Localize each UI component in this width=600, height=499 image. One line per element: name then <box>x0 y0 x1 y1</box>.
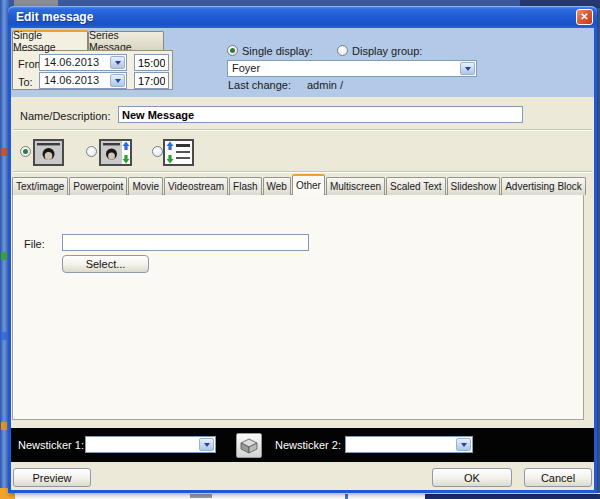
dialog-title: Edit message <box>16 10 93 24</box>
tab-label: Movie <box>132 181 159 192</box>
type-option-with-ticker[interactable] <box>99 139 132 166</box>
display-screen-icon <box>35 141 62 164</box>
tab-single-message[interactable]: Single Message <box>12 30 88 50</box>
tab-powerpoint[interactable]: Powerpoint <box>69 177 127 195</box>
newsticker-box-button[interactable] <box>236 433 262 458</box>
newsticker1-label: Newsticker 1: <box>18 439 84 451</box>
cancel-button[interactable]: Cancel <box>524 468 592 487</box>
tab-label: Web <box>267 181 287 192</box>
from-date-combo[interactable]: 14.06.2013 <box>39 54 127 71</box>
background-icon-fragment <box>1 148 7 156</box>
separator <box>13 171 592 173</box>
package-box-icon <box>240 438 258 454</box>
type-radio-fullscreen[interactable] <box>20 146 31 157</box>
type-radio-with-ticker[interactable] <box>86 146 97 157</box>
close-button[interactable]: ✕ <box>576 9 593 25</box>
display-with-ticker-icon <box>101 141 130 164</box>
tab-label: Other <box>296 180 321 191</box>
name-input[interactable] <box>118 106 523 123</box>
display-select[interactable]: Foyer <box>227 60 477 77</box>
tab-multiscreen[interactable]: Multiscreen <box>326 177 385 195</box>
tab-videostream[interactable]: Videostream <box>164 177 228 195</box>
tab-label: Advertising Block <box>505 181 582 192</box>
tab-label: Multiscreen <box>330 181 381 192</box>
to-time-input[interactable] <box>134 72 169 89</box>
tab-label: Single Message <box>13 29 87 53</box>
background-icon-fragment <box>1 422 7 430</box>
tab-label: Slideshow <box>451 181 497 192</box>
button-label: Preview <box>32 472 71 484</box>
to-date-value: 14.06.2013 <box>40 73 109 88</box>
content-tab-strip: Text/image Powerpoint Movie Videostream … <box>12 174 592 195</box>
type-option-ticker-only[interactable] <box>163 139 194 166</box>
type-option-fullscreen[interactable] <box>33 139 64 166</box>
chevron-down-icon <box>110 74 125 87</box>
ok-button[interactable]: OK <box>432 468 512 487</box>
file-input[interactable] <box>62 234 309 251</box>
tab-movie[interactable]: Movie <box>128 177 163 195</box>
background-icon-fragment <box>1 332 7 340</box>
tab-label: Text/image <box>16 181 64 192</box>
display-select-value: Foyer <box>228 61 459 76</box>
button-label: Select... <box>86 258 126 270</box>
newsticker2-label: Newsticker 2: <box>275 439 341 451</box>
tab-label: Flash <box>233 181 257 192</box>
last-change-label: Last change: <box>228 79 291 91</box>
tab-label: Scaled Text <box>390 181 442 192</box>
display-group-label: Display group: <box>352 45 422 57</box>
to-date-combo[interactable]: 14.06.2013 <box>39 72 127 89</box>
type-radio-ticker-only[interactable] <box>152 146 163 157</box>
separator <box>13 129 592 131</box>
background-icon-fragment <box>1 252 7 260</box>
newsticker1-select[interactable] <box>85 436 216 453</box>
last-change-value: admin / <box>307 79 343 91</box>
chevron-down-icon <box>110 56 125 69</box>
display-group-radio[interactable] <box>337 45 348 56</box>
newsticker-bar: Newsticker 1: Newsticker 2: <box>11 428 594 462</box>
single-display-label: Single display: <box>242 45 313 57</box>
titlebar[interactable]: Edit message ✕ <box>8 6 597 28</box>
name-label: Name/Description: <box>20 110 110 122</box>
file-label: File: <box>24 238 45 250</box>
tab-label: Powerpoint <box>73 181 123 192</box>
background-fragment <box>345 494 348 499</box>
from-time-input[interactable] <box>134 54 169 71</box>
tab-flash[interactable]: Flash <box>229 177 261 195</box>
chevron-down-icon <box>199 438 214 451</box>
tab-series-message[interactable]: Series Message <box>88 31 164 50</box>
newsticker2-select[interactable] <box>345 436 473 453</box>
ticker-list-icon <box>165 141 192 164</box>
tab-advertising-block[interactable]: Advertising Block <box>501 177 586 195</box>
select-button[interactable]: Select... <box>62 255 149 273</box>
tab-web[interactable]: Web <box>263 177 291 195</box>
button-label: OK <box>464 472 480 484</box>
button-label: Cancel <box>541 472 575 484</box>
schedule-panel: From 14.06.2013 To: 14.06.2013 <box>12 50 173 90</box>
from-date-value: 14.06.2013 <box>40 55 109 70</box>
close-icon: ✕ <box>580 12 588 22</box>
tab-label: Videostream <box>168 181 224 192</box>
edit-message-dialog: Edit message ✕ Single Message Series Mes… <box>8 6 597 493</box>
newsticker2-value <box>346 437 455 452</box>
tab-slideshow[interactable]: Slideshow <box>447 177 501 195</box>
background-fragment <box>425 494 600 499</box>
other-tab-panel: File: Select... <box>12 194 584 420</box>
to-label: To: <box>18 76 33 88</box>
schedule-section: Single Message Series Message From 14.06… <box>11 28 594 97</box>
newsticker1-value <box>86 437 198 452</box>
dialog-body: Single Message Series Message From 14.06… <box>8 28 597 493</box>
tab-text-image[interactable]: Text/image <box>12 177 68 195</box>
tab-other[interactable]: Other <box>292 174 325 195</box>
tab-scaled-text[interactable]: Scaled Text <box>386 177 446 195</box>
chevron-down-icon <box>456 438 471 451</box>
background-fragment <box>190 494 212 498</box>
preview-button[interactable]: Preview <box>13 468 91 487</box>
single-display-radio[interactable] <box>227 45 238 56</box>
chevron-down-icon <box>460 62 475 75</box>
